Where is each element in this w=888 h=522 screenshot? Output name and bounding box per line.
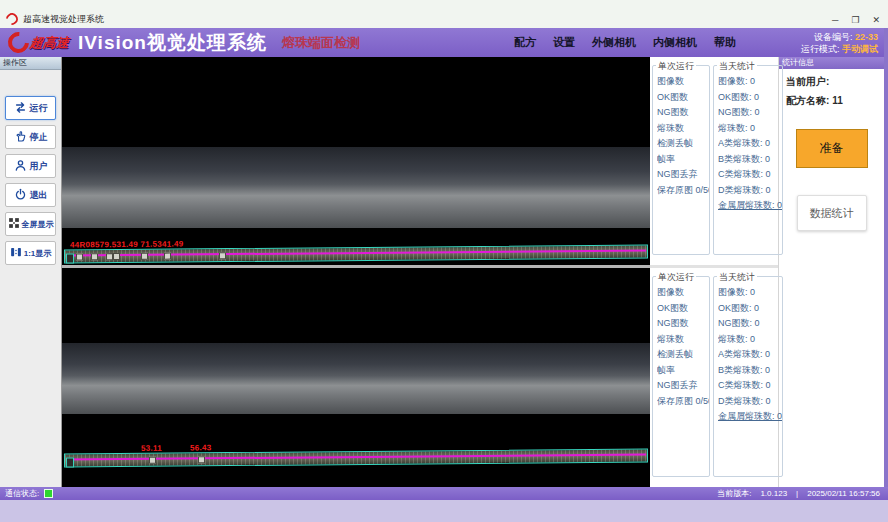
fullscreen-icon <box>8 217 20 231</box>
data-statistics-button[interactable]: 数据统计 <box>797 195 867 231</box>
current-user-label: 当前用户: <box>786 76 829 87</box>
stat-row: 熔珠数: 0 <box>718 121 782 137</box>
detection-marker <box>219 252 226 259</box>
device-number-value: 22-33 <box>855 32 878 42</box>
stat-row: NG图数: 0 <box>718 105 782 121</box>
brand-logo: 超高速 <box>8 32 69 53</box>
daily-stats-group: 当天统计 图像数: 0 OK图数: 0 NG图数: 0 熔珠数: 0 A类熔珠数… <box>713 276 783 477</box>
exit-button-label: 退出 <box>30 189 48 202</box>
stat-row: 图像数 <box>657 285 709 301</box>
app-header: 超高速 IVision视觉处理系统 熔珠端面检测 配方 设置 外侧相机 内侧相机… <box>0 28 888 57</box>
one-to-one-button-label: 1:1显示 <box>24 248 52 259</box>
save-count: 0/500 <box>696 396 709 406</box>
info-panel-title: 统计信息 <box>779 57 884 69</box>
main-area: 操作区 运行 停止 用户 退出 <box>0 57 884 487</box>
user-button[interactable]: 用户 <box>5 154 56 178</box>
window-controls: ─ ❐ ✕ <box>832 15 880 26</box>
stat-row: OK图数: 0 <box>718 301 782 317</box>
statistics-column: 单次运行 图像数 OK图数 NG图数 熔珠数 检测丢帧 帧率 NG图丢弃 保存原… <box>650 57 778 487</box>
strip-end-marker <box>66 253 74 263</box>
stat-row: A类熔珠数: 0 <box>718 347 782 363</box>
info-panel-body: 当前用户: 配方名称: 11 准备 数据统计 <box>779 69 884 487</box>
daily-stats-group: 当天统计 图像数: 0 OK图数: 0 NG图数: 0 熔珠数: 0 A类熔珠数… <box>713 65 783 255</box>
close-button[interactable]: ✕ <box>872 15 880 26</box>
fullscreen-button[interactable]: 全屏显示 <box>5 212 56 236</box>
detection-marker <box>198 456 205 463</box>
stats-panel-inner: 单次运行 图像数 OK图数 NG图数 熔珠数 检测丢帧 帧率 NG图丢弃 保存原… <box>650 268 778 487</box>
one-to-one-button[interactable]: 1:1显示 <box>5 241 56 265</box>
single-run-title: 单次运行 <box>656 60 696 73</box>
single-run-group: 单次运行 图像数 OK图数 NG图数 熔珠数 检测丢帧 帧率 NG图丢弃 保存原… <box>652 276 710 477</box>
single-run-title: 单次运行 <box>656 271 696 284</box>
camera-image-top: 44R08579.531.49 71.5341.49 <box>62 147 650 228</box>
power-icon <box>14 188 27 203</box>
camera-image-bottom: 53.11 56.43 <box>62 343 650 414</box>
outer-camera-view: 44R08579.531.49 71.5341.49 <box>62 57 650 265</box>
prepare-button[interactable]: 准备 <box>796 129 868 168</box>
version-info: 当前版本: 1.0.123 | 2025/02/11 16:57:56 <box>717 488 880 499</box>
strip-end-marker <box>66 457 74 467</box>
recipe-label: 配方名称: <box>786 95 829 106</box>
single-run-group: 单次运行 图像数 OK图数 NG图数 熔珠数 检测丢帧 帧率 NG图丢弃 保存原… <box>652 65 710 255</box>
stats-panel-outer: 单次运行 图像数 OK图数 NG图数 熔珠数 检测丢帧 帧率 NG图丢弃 保存原… <box>650 57 778 265</box>
menu-settings[interactable]: 设置 <box>553 35 575 50</box>
stat-row: NG图数: 0 <box>718 316 782 332</box>
status-bar: 通信状态: 当前版本: 1.0.123 | 2025/02/11 16:57:5… <box>0 487 888 500</box>
stat-row: 帧率 <box>657 363 709 379</box>
recipe-row: 配方名称: 11 <box>786 94 877 108</box>
save-count: 0/500 <box>696 185 709 195</box>
menu-recipe[interactable]: 配方 <box>514 35 536 50</box>
stat-row: NG图数 <box>657 316 709 332</box>
one-to-one-icon <box>10 246 22 260</box>
save-image-row: 保存原图 0/500 <box>657 183 709 199</box>
menu-help[interactable]: 帮助 <box>714 35 736 50</box>
stat-row: 图像数: 0 <box>718 74 782 90</box>
run-button[interactable]: 运行 <box>5 96 56 120</box>
user-icon <box>14 159 27 174</box>
detection-marker <box>113 253 120 260</box>
desktop-background-strip <box>0 500 888 522</box>
stat-row: C类熔珠数: 0 <box>718 378 782 394</box>
detection-marker <box>76 253 83 260</box>
menu-inner-camera[interactable]: 内侧相机 <box>653 35 697 50</box>
detection-marker <box>91 253 98 260</box>
camera-viewport: 44R08579.531.49 71.5341.49 53.11 <box>62 57 650 487</box>
maximize-button[interactable]: ❐ <box>851 15 859 26</box>
fullscreen-button-label: 全屏显示 <box>22 219 54 230</box>
recipe-value: 11 <box>832 95 843 106</box>
detection-roi-box: 44R08579.531.49 71.5341.49 <box>64 244 648 263</box>
detection-roi-box: 53.11 56.43 <box>64 448 648 467</box>
stat-row: NG图丢弃 <box>657 167 709 183</box>
stat-row: OK图数: 0 <box>718 90 782 106</box>
save-image-row: 保存原图 0/500 <box>657 394 709 410</box>
minimize-button[interactable]: ─ <box>832 15 838 26</box>
stat-row: 帧率 <box>657 152 709 168</box>
device-info: 设备编号: 22-33 运行模式: 手动调试 <box>801 31 878 55</box>
stat-row: A类熔珠数: 0 <box>718 136 782 152</box>
window-right-edge <box>884 28 888 500</box>
stat-row: 图像数 <box>657 74 709 90</box>
save-label: 保存原图 <box>657 185 693 195</box>
stat-row: B类熔珠数: 0 <box>718 152 782 168</box>
stat-row: 熔珠数: 0 <box>718 332 782 348</box>
menu-outer-camera[interactable]: 外侧相机 <box>592 35 636 50</box>
statistics-info-panel: 统计信息 当前用户: 配方名称: 11 准备 数据统计 <box>778 57 884 487</box>
stat-row: C类熔珠数: 0 <box>718 167 782 183</box>
metal-bead-stat: 金属屑熔珠数: 0 <box>718 411 782 421</box>
comm-status-indicator <box>44 489 53 498</box>
operation-sidebar: 操作区 运行 停止 用户 退出 <box>0 57 62 487</box>
device-number-label: 设备编号: <box>814 32 853 42</box>
stop-hand-icon <box>14 130 27 145</box>
app-logo-icon <box>4 11 21 28</box>
detection-marker <box>149 457 156 464</box>
version-value: 1.0.123 <box>760 489 787 498</box>
detection-marker <box>164 253 171 260</box>
stat-row: D类熔珠数: 0 <box>718 394 782 410</box>
exit-button[interactable]: 退出 <box>5 183 56 207</box>
measurement-value-right: 56.43 <box>190 443 212 452</box>
measurement-value-left: 53.11 <box>141 444 162 453</box>
stat-row: NG图数 <box>657 105 709 121</box>
stat-row: 图像数: 0 <box>718 285 782 301</box>
run-mode-label: 运行模式: <box>801 44 840 54</box>
stop-button[interactable]: 停止 <box>5 125 56 149</box>
